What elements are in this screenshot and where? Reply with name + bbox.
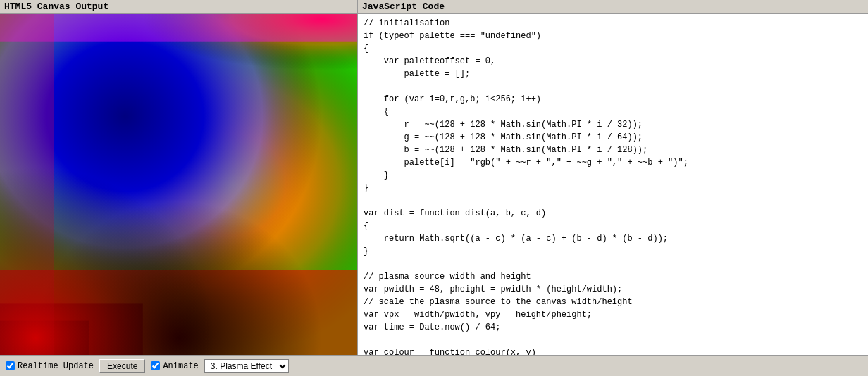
right-panel-title: JavaScript Code [362,1,445,12]
realtime-update-item: Realtime Update [6,361,94,371]
animate-checkbox[interactable] [151,361,160,370]
animate-label[interactable]: Animate [163,361,198,371]
main-container: HTML5 Canvas Output [0,0,868,355]
canvas-area [0,14,357,355]
realtime-update-checkbox[interactable] [6,361,15,370]
left-panel: HTML5 Canvas Output [0,0,358,355]
effect-selector[interactable]: 1. Basic Lines 2. Colour Palette 3. Plas… [204,359,289,373]
plasma-canvas [0,14,357,355]
execute-button[interactable]: Execute [99,359,145,373]
left-panel-header: HTML5 Canvas Output [0,0,357,14]
code-display: // initialisation if (typeof palette ===… [358,14,868,355]
svg-rect-10 [0,14,357,355]
animate-item: Animate [151,361,198,371]
right-panel: JavaScript Code // initialisation if (ty… [358,0,868,355]
realtime-update-label[interactable]: Realtime Update [18,361,94,371]
left-panel-title: HTML5 Canvas Output [4,1,108,12]
right-panel-header: JavaScript Code [358,0,868,14]
toolbar: Realtime Update Execute Animate 1. Basic… [0,355,868,376]
